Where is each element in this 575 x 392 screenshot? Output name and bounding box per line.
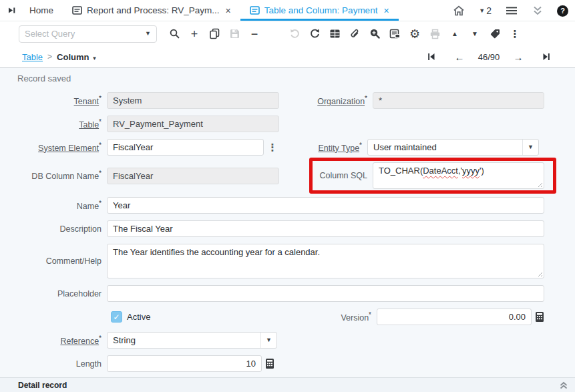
more-actions-button[interactable]: ⋮ [505,25,525,43]
breadcrumb-parent-link[interactable]: Table [22,52,43,62]
system-element-more-button[interactable]: ⋮ [266,140,278,156]
application-window: Home Report and Process: RV_Paym... × Ta… [0,0,575,392]
find-button[interactable] [164,25,184,43]
plus-icon: + [191,28,198,40]
breadcrumb-current-dropdown[interactable]: Column▼ [57,52,97,62]
comment-help-label: Comment/Help [17,256,102,266]
gear-icon: ⚙ [409,28,420,40]
label-button[interactable] [485,25,505,43]
version-field[interactable]: 0.00 [377,309,532,325]
db-column-name-label: DB Column Name* [17,170,102,181]
breadcrumb-separator: > [47,52,52,61]
record-navigation: ← 46/90 → [417,49,560,65]
copy-record-button[interactable] [204,25,224,43]
delete-record-button[interactable]: − [244,25,264,43]
first-record-button[interactable] [417,49,445,65]
chat-icon [389,29,401,39]
description-field[interactable]: The Fiscal Year [107,220,544,237]
zoom-in-icon [369,28,381,39]
grid-toggle-button[interactable] [325,25,345,43]
minus-icon: − [251,28,258,40]
reference-select[interactable]: String ▼ [107,332,277,349]
expand-detail-button[interactable] [559,381,568,390]
tab-home-label: Home [29,5,53,15]
tab-table-and-column[interactable]: Table and Column: Payment × [240,0,399,21]
active-checkbox-label: Active [127,312,150,322]
expand-sidebar-icon [7,6,16,15]
open-windows-dropdown[interactable]: ▼ 2 [479,5,492,16]
tab-report-and-process[interactable]: Report and Process: RV_Paym... × [63,0,240,21]
detail-record-nav-button[interactable]: ▼ [465,25,485,43]
copy-icon [209,28,220,39]
tenant-field: System [107,92,279,109]
expand-sidebar-button[interactable] [3,1,20,21]
tab-label: Table and Column: Payment [264,5,378,15]
save-icon [229,28,240,39]
save-button[interactable] [224,25,244,43]
refresh-button[interactable] [305,25,325,43]
window-icon [72,6,82,15]
chat-button[interactable] [385,25,405,43]
grid-icon [329,29,341,39]
detail-record-bar[interactable]: Detail record [0,377,575,392]
select-query-combobox[interactable]: Select Query ▼ [19,25,157,43]
undo-button[interactable] [284,25,305,43]
resize-grip[interactable] [536,270,542,276]
misspelled-token: yyyy [462,166,480,176]
resize-grip[interactable] [536,181,542,187]
paperclip-icon [349,28,361,39]
entity-type-select[interactable]: User maintained ▼ [367,139,539,156]
description-label: Description [17,224,102,234]
version-calculator-button[interactable] [535,311,544,323]
chevron-down-icon: ▼ [522,140,538,155]
process-button[interactable]: ⚙ [405,25,425,43]
new-record-button[interactable]: + [184,25,204,43]
last-record-button[interactable] [532,49,560,65]
triangle-down-icon: ▼ [471,31,478,37]
placeholder-label: Placeholder [17,289,102,299]
column-sql-label: Column SQL [284,171,367,180]
menu-button[interactable] [505,5,518,16]
print-button[interactable] [425,25,445,43]
name-field[interactable]: Year [107,197,544,214]
version-label: Version* [289,311,371,323]
tab-close-icon[interactable]: × [226,5,231,16]
calculator-icon [535,311,544,323]
active-checkbox[interactable]: ✓ [111,311,122,323]
collapse-header-button[interactable] [532,5,544,16]
toolbar-buttons: + − [164,25,525,43]
home-button[interactable] [452,5,465,17]
placeholder-field[interactable] [107,285,544,302]
open-windows-count: 2 [486,5,492,16]
double-chevron-up-icon [559,381,568,390]
column-sql-textarea[interactable]: TO_CHAR(DateAcct,'yyyy') [373,162,544,189]
help-button[interactable]: ? [557,5,568,17]
tabbar-right-cluster: ▼ 2 ? [452,0,568,21]
hamburger-icon [505,5,518,16]
last-record-icon [542,53,550,61]
db-column-name-field: FiscalYear [107,168,279,184]
reference-label: Reference* [17,335,102,346]
previous-record-button[interactable]: ← [445,49,473,65]
arrow-right-icon: → [514,51,524,63]
misspelled-token: DateAcct [423,166,458,176]
select-query-placeholder: Select Query [25,29,75,39]
length-calculator-button[interactable] [265,358,274,369]
length-field[interactable]: 10 [107,355,262,372]
detail-record-title: Detail record [18,381,67,390]
system-element-field[interactable]: FiscalYear [107,139,264,156]
next-record-button[interactable]: → [504,49,532,65]
first-record-icon [427,53,435,61]
attachment-button[interactable] [345,25,365,43]
tab-close-icon[interactable]: × [383,5,389,16]
system-element-label: System Element* [17,142,102,153]
parent-record-button[interactable]: ▲ [445,25,465,43]
table-field: RV_Payment_Payment [107,116,279,132]
refresh-icon [309,28,321,39]
tab-home[interactable]: Home [20,0,63,21]
printer-icon [429,29,441,39]
organization-label: Organization* [284,95,367,106]
comment-help-textarea[interactable]: The Year identifies the accounting year … [107,244,544,278]
search-icon [169,28,180,39]
zoom-across-button[interactable] [365,25,385,43]
